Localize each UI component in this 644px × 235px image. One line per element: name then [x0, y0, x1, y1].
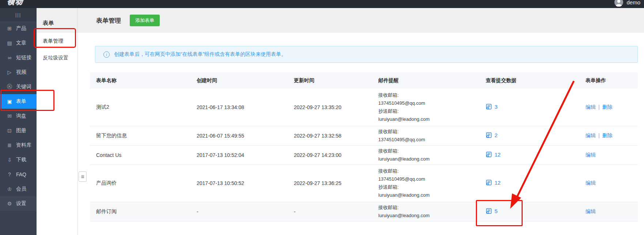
library-icon: ≣	[6, 142, 13, 148]
email-line: 抄送邮箱:	[378, 183, 484, 191]
view-submissions-link[interactable]: 12	[486, 151, 501, 158]
edit-link[interactable]: 编辑	[586, 180, 596, 186]
sidebar-item-faq[interactable]: ? FAQ	[0, 167, 37, 182]
user-avatar-icon	[614, 0, 623, 7]
info-banner: i 创建表单后，可在网页中添加“在线表单”组件或含有表单的区块来使用表单。	[95, 46, 638, 63]
email-reminder-cell: 接收邮箱:luruiyuan@leadong.com	[378, 202, 486, 221]
submissions-cell: 2	[486, 126, 586, 145]
table-row: Contact Us 2017-07-13 10:52:04 2022-09-2…	[90, 145, 638, 165]
sidebar-item-videos[interactable]: ▷ 视频	[0, 65, 37, 80]
gallery-icon: ⊡	[6, 128, 13, 134]
email-line: 接收邮箱:	[378, 167, 484, 175]
sidebar-item-forms[interactable]: ▣ 表单	[0, 94, 37, 109]
list-icon: ≣	[81, 174, 84, 179]
delete-link[interactable]: 删除	[602, 132, 613, 138]
form-name-cell: Contact Us	[90, 145, 197, 165]
email-line: luruiyuan@leadong.com	[378, 115, 484, 123]
form-data-icon	[486, 151, 492, 158]
created-time-cell: 2017-07-13 10:50:52	[197, 165, 294, 202]
view-submissions-link[interactable]: 12	[486, 180, 501, 186]
user-menu[interactable]: demo	[614, 0, 640, 7]
submission-count: 12	[495, 151, 501, 158]
submissions-cell: 12	[486, 165, 586, 202]
submissions-cell: 12	[486, 145, 586, 165]
brand-logo[interactable]: 领动	[7, 0, 24, 7]
email-reminder-cell: 接收邮箱:luruiyuan@leadong.com	[378, 145, 486, 165]
view-submissions-link[interactable]: 5	[486, 208, 497, 214]
column-header-6: 表单操作	[586, 72, 638, 89]
edit-link[interactable]: 编辑	[586, 104, 596, 110]
form-name-cell: 产品询价	[90, 165, 197, 202]
delete-link[interactable]: 删除	[602, 104, 613, 110]
menu-collapse-button[interactable]: |||	[0, 8, 37, 21]
sidebar-item-short-links[interactable]: ∞ 短链接	[0, 50, 37, 65]
add-form-button[interactable]: 添加表单	[130, 15, 160, 26]
sidebar-item-members[interactable]: ♔ 会员	[0, 182, 37, 196]
column-header-5: 查看提交数据	[486, 72, 586, 89]
edit-link[interactable]: 编辑	[586, 152, 596, 158]
submission-count: 12	[495, 180, 501, 186]
panel-toggle-button[interactable]: ≣	[79, 172, 87, 182]
sidebar-item-albums[interactable]: ⊡ 图册	[0, 123, 37, 138]
email-line: luruiyuan@leadong.com	[378, 191, 484, 199]
created-time-cell: 2021-06-17 13:34:08	[197, 89, 294, 126]
crown-icon: ♔	[6, 186, 13, 192]
email-line: 接收邮箱:	[378, 91, 484, 99]
main-content: 表单管理 添加表单 i 创建表单后，可在网页中添加“在线表单”组件或含有表单的区…	[78, 8, 644, 235]
sidebar-item-inquiries[interactable]: ✉ 询盘	[0, 109, 37, 123]
secondary-sidebar: 表单 表单管理反垃圾设置	[37, 8, 78, 235]
sidebar-item-settings[interactable]: ⚙ 设置	[0, 196, 37, 211]
table-header-row: 表单名称 创建时间更新时间邮件提醒查看提交数据表单操作	[90, 72, 638, 89]
video-icon: ▷	[6, 69, 13, 75]
updated-time-cell: 2022-09-27 13:32:58	[294, 126, 378, 145]
view-submissions-link[interactable]: 2	[486, 132, 497, 138]
edit-link[interactable]: 编辑	[586, 132, 596, 138]
updated-time-cell: -	[294, 202, 378, 221]
updated-time-cell: 2022-09-27 13:36:25	[294, 165, 378, 202]
actions-cell: 编辑|删除	[586, 89, 638, 126]
subsidebar-item-form-management[interactable]: 表单管理	[37, 33, 77, 50]
sidebar-item-products[interactable]: ⊞ 产品	[0, 21, 37, 36]
table-row: 产品询价 2017-07-13 10:50:52 2022-09-27 13:3…	[90, 165, 638, 202]
table-row: 邮件订阅 - - 接收邮箱:luruiyuan@leadong.com 5 编辑	[90, 202, 638, 221]
table-row: 测试2 2021-06-17 13:34:08 2022-09-27 13:35…	[90, 89, 638, 126]
created-time-cell: -	[197, 202, 294, 221]
sidebar-item-keywords[interactable]: Ⓚ 关键词	[0, 80, 37, 94]
secondary-navigation: 表单管理反垃圾设置	[37, 33, 77, 66]
user-name: demo	[626, 0, 640, 5]
submissions-cell: 3	[486, 89, 586, 126]
submission-count: 5	[495, 208, 497, 214]
sidebar-item-library[interactable]: ≣ 资料库	[0, 138, 37, 153]
secondary-sidebar-header: 表单	[37, 8, 77, 33]
updated-time-cell: 2022-09-27 13:35:20	[294, 89, 378, 126]
column-header-4: 邮件提醒	[378, 72, 486, 89]
column-header-3: 更新时间	[294, 72, 378, 89]
secondary-sidebar-title: 表单	[43, 20, 77, 27]
sidebar-item-articles[interactable]: ▤ 文章	[0, 36, 37, 50]
email-line: luruiyuan@leadong.com	[378, 155, 484, 163]
primary-sidebar: ||| ⊞ 产品 ▤ 文章 ∞ 短链接 ▷ 视频 Ⓚ 关键词 ▣ 表单 ✉ 询盘…	[0, 8, 37, 235]
email-line: 1374510495@qq.com	[378, 136, 484, 144]
subsidebar-item-anti-spam[interactable]: 反垃圾设置	[37, 50, 77, 66]
submission-count: 3	[495, 104, 497, 110]
form-name-cell: 邮件订阅	[90, 202, 197, 221]
info-icon: i	[103, 51, 110, 58]
email-line: luruiyuan@leadong.com	[378, 212, 484, 220]
article-icon: ▤	[6, 40, 13, 46]
download-icon: ⇩	[6, 157, 13, 163]
action-separator: |	[598, 104, 600, 110]
submission-count: 2	[495, 132, 497, 138]
action-separator: |	[598, 132, 600, 138]
sidebar-item-downloads[interactable]: ⇩ 下载	[0, 153, 37, 167]
created-time-cell: 2021-06-07 15:49:55	[197, 126, 294, 145]
email-line: 1374510495@qq.com	[378, 99, 484, 107]
question-icon: ?	[6, 172, 13, 177]
column-header-2: 创建时间	[197, 72, 294, 89]
edit-link[interactable]: 编辑	[586, 208, 596, 214]
actions-cell: 编辑	[586, 202, 638, 221]
keyword-icon: Ⓚ	[6, 84, 13, 90]
actions-cell: 编辑	[586, 145, 638, 165]
view-submissions-link[interactable]: 3	[486, 104, 497, 110]
form-icon: ▣	[6, 99, 13, 104]
email-line: 1374510495@qq.com	[378, 175, 484, 183]
